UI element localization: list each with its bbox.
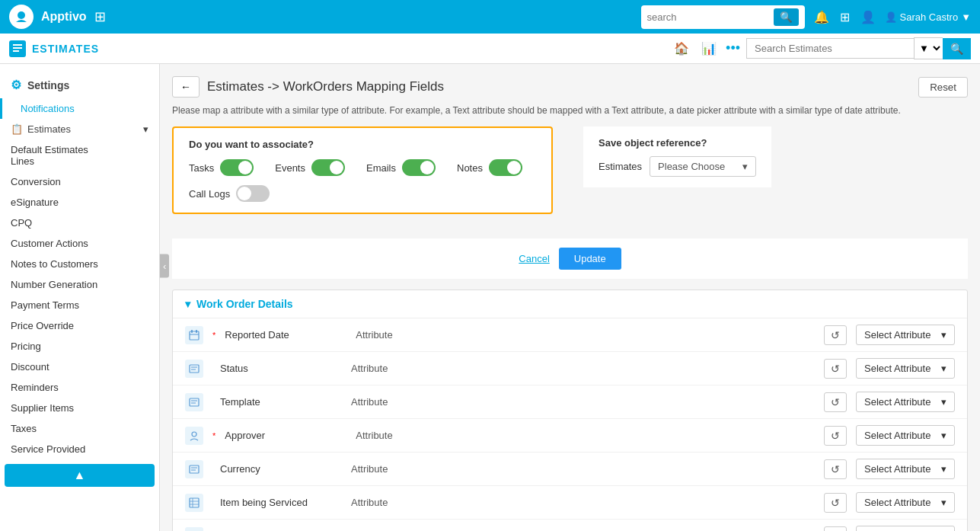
select-attribute-btn[interactable]: Select Attribute ▾ [856, 459, 955, 479]
events-label: Events [275, 162, 305, 174]
svg-point-14 [192, 432, 196, 437]
svg-rect-6 [196, 330, 197, 333]
dropdown-arrow-icon: ▾ [941, 497, 946, 508]
apps-icon[interactable]: ⊞ [840, 10, 850, 24]
sidebar-item-pricing[interactable]: Pricing [0, 336, 159, 357]
cancel-button[interactable]: Cancel [519, 248, 549, 270]
refresh-btn[interactable]: ↺ [824, 392, 847, 412]
chart-btn[interactable]: 📊 [698, 38, 720, 59]
field-name-status: Status [220, 363, 342, 374]
mapping-section: ▾ Work Order Details * Reported Date Att… [172, 289, 968, 531]
tasks-toggle[interactable] [220, 159, 254, 176]
reported-date-icon [185, 326, 203, 344]
select-attribute-btn[interactable]: Select Attribute ▾ [856, 392, 955, 412]
search-estimates: ▼ 🔍 [746, 37, 971, 59]
user-dropdown-icon[interactable]: ▼ [961, 11, 971, 23]
item-being-serviced-icon [185, 494, 203, 512]
more-options-btn[interactable]: ••• [726, 40, 740, 56]
estimates-label: Estimates [27, 123, 71, 135]
sidebar-item-esignature[interactable]: eSignature [0, 192, 159, 213]
associate-panel: Do you want to associate? Tasks Events [172, 126, 553, 214]
field-type: Attribute [351, 463, 815, 475]
user-icon[interactable]: 👤 [860, 10, 876, 24]
update-button[interactable]: Update [559, 248, 621, 270]
section-header[interactable]: ▾ Work Order Details [173, 290, 967, 318]
save-ref-row: Estimates Please Choose ▾ [599, 156, 756, 177]
grid-icon[interactable]: ⊞ [94, 8, 106, 25]
sidebar-item-conversion[interactable]: Conversion [0, 171, 159, 192]
sidebar-item-reminders[interactable]: Reminders [0, 377, 159, 398]
section-title: Work Order Details [196, 298, 293, 310]
select-attribute-btn[interactable]: Select Attribute ▾ [856, 526, 955, 531]
home-btn[interactable]: 🏠 [671, 38, 692, 59]
nav-icons: 🔔 ⊞ 👤 [814, 10, 876, 24]
sidebar-collapse-btn[interactable]: ▲ [5, 464, 155, 487]
global-search-btn[interactable]: 🔍 [774, 8, 799, 26]
call-logs-label: Call Logs [189, 188, 230, 200]
dropdown-arrow-icon: ▾ [941, 363, 946, 374]
currency-icon [185, 460, 203, 478]
global-search: 🔍 [641, 5, 805, 29]
reset-button[interactable]: Reset [918, 77, 968, 98]
please-choose-dropdown[interactable]: Please Choose ▾ [650, 156, 756, 177]
notes-toggle[interactable] [489, 159, 522, 176]
select-attribute-btn[interactable]: Select Attribute ▾ [856, 492, 955, 513]
estimates-app-icon [9, 40, 26, 57]
toggles-row: Tasks Events Emails [189, 159, 536, 176]
apptivo-brand: Apptivo [41, 10, 87, 24]
search-estimates-input[interactable] [746, 38, 914, 59]
sidebar-item-estimates[interactable]: 📋 Estimates ▾ [0, 119, 159, 139]
sidebar-item-notifications[interactable]: Notifications [2, 98, 159, 119]
sidebar-item-cpq[interactable]: CPQ [0, 213, 159, 233]
sidebar-item-taxes[interactable]: Taxes [0, 418, 159, 439]
save-ref-label: Estimates [599, 161, 642, 172]
top-panels: Do you want to associate? Tasks Events [172, 126, 968, 226]
svg-rect-8 [190, 365, 199, 373]
sidebar-item-customer-actions[interactable]: Customer Actions [0, 233, 159, 254]
table-row: Discount Attribute ↺ Select Attribute ▾ [173, 520, 967, 531]
field-name-reported-date: Reported Date [225, 329, 346, 341]
events-toggle[interactable] [311, 159, 345, 176]
refresh-btn[interactable]: ↺ [824, 459, 847, 479]
call-logs-toggle[interactable] [236, 185, 270, 202]
nav-left: Apptivo ⊞ [9, 5, 106, 29]
sidebar-toggle-btn[interactable]: ‹ [160, 254, 169, 277]
page-description: Please map a attribute with a similar ty… [172, 105, 968, 116]
search-estimates-dropdown[interactable]: ▼ [914, 37, 943, 59]
toggle-notes: Notes [457, 159, 522, 176]
chevron-down-icon: ▾ [742, 161, 748, 172]
global-search-input[interactable] [647, 11, 769, 23]
field-type: Attribute [351, 497, 815, 508]
back-button[interactable]: ← [172, 76, 200, 98]
refresh-btn[interactable]: ↺ [824, 493, 847, 513]
sidebar-item-number-generation[interactable]: Number Generation [0, 274, 159, 295]
table-row: Item being Serviced Attribute ↺ Select A… [173, 486, 967, 520]
user-info: 👤 Sarah Castro ▼ [885, 11, 971, 23]
approver-icon [185, 427, 203, 445]
sidebar-item-payment-terms[interactable]: Payment Terms [0, 295, 159, 315]
template-icon [185, 393, 203, 411]
sidebar-item-discount[interactable]: Discount [0, 357, 159, 377]
tasks-label: Tasks [189, 162, 214, 174]
emails-toggle[interactable] [402, 159, 436, 176]
refresh-btn[interactable]: ↺ [824, 325, 847, 345]
sidebar-item-service-provided[interactable]: Service Provided [0, 439, 159, 459]
toggle-call-logs: Call Logs [189, 185, 270, 202]
bell-icon[interactable]: 🔔 [814, 10, 829, 24]
select-attribute-btn[interactable]: Select Attribute ▾ [856, 325, 955, 345]
select-attribute-btn[interactable]: Select Attribute ▾ [856, 425, 955, 446]
search-estimates-btn[interactable]: 🔍 [943, 38, 971, 59]
refresh-btn[interactable]: ↺ [824, 359, 847, 379]
select-attribute-btn[interactable]: Select Attribute ▾ [856, 358, 955, 379]
refresh-btn[interactable]: ↺ [824, 526, 847, 532]
sidebar-item-supplier-items[interactable]: Supplier Items [0, 398, 159, 418]
associate-title: Do you want to associate? [189, 139, 536, 150]
toggle-emails: Emails [366, 159, 436, 176]
svg-rect-3 [13, 50, 19, 52]
apptivo-logo-icon [9, 5, 34, 29]
sidebar-item-default-estimates-lines[interactable]: Default EstimatesLines [0, 139, 159, 171]
sidebar-item-notes-to-customers[interactable]: Notes to Customers [0, 254, 159, 274]
sidebar-item-price-override[interactable]: Price Override [0, 315, 159, 336]
refresh-btn[interactable]: ↺ [824, 426, 847, 446]
table-row: Template Attribute ↺ Select Attribute ▾ [173, 385, 967, 419]
